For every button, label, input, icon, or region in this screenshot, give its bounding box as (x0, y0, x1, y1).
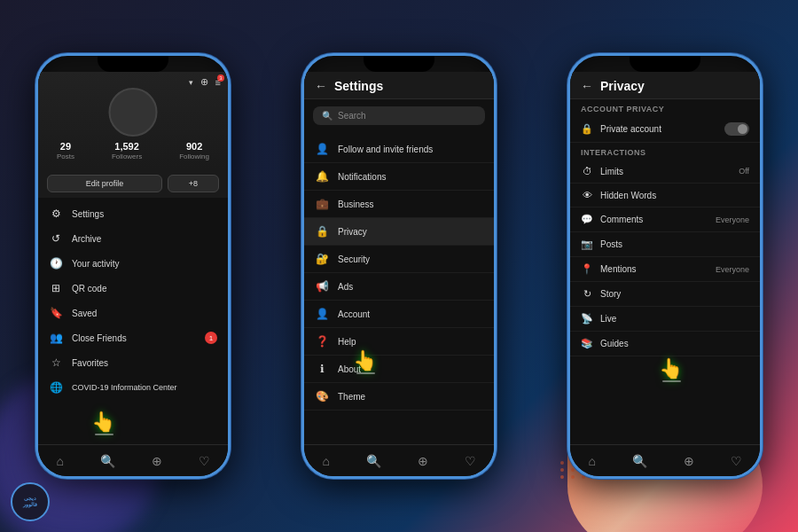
about-label: About (338, 364, 361, 374)
privacy-mentions[interactable]: 📍 Mentions Everyone (570, 257, 760, 282)
limits-label: Limits (600, 167, 623, 176)
menu-qr-label: QR code (72, 284, 106, 293)
cursor-hand-3: 👆 (659, 357, 683, 380)
search-icon: 🔍 (322, 111, 332, 121)
nav-search-icon[interactable]: 🔍 (100, 454, 115, 468)
stat-following: 902 Following (179, 141, 209, 160)
settings-business[interactable]: 💼 Business (304, 191, 494, 218)
search-bar[interactable]: 🔍 Search (313, 106, 485, 125)
favorites-icon: ☆ (49, 356, 63, 369)
privacy-private-account[interactable]: 🔒 Private account (570, 116, 760, 143)
security-icon: 🔐 (315, 253, 329, 265)
logo-circle: دیجیفالوور (11, 482, 50, 521)
phone-1: ▾ ⊕ ≡ 3 29 Posts 1,592 Followers 902 (35, 53, 231, 479)
nav-heart-icon-2[interactable]: ♡ (465, 454, 476, 468)
privacy-limits[interactable]: ⏱ Limits Off (570, 160, 760, 184)
nav-add-icon[interactable]: ⊕ (152, 454, 162, 468)
cursor-hand-1: 👆 (91, 411, 115, 434)
menu-favorites-label: Favorites (72, 358, 108, 368)
nav-search-icon-2[interactable]: 🔍 (366, 454, 381, 468)
interactions-section-label: Interactions (570, 143, 760, 160)
settings-privacy[interactable]: 🔒 Privacy 👆 (304, 218, 494, 246)
privacy-story[interactable]: ↻ Story (570, 282, 760, 307)
business-icon: 💼 (315, 198, 329, 210)
follow-icon: 👤 (315, 143, 329, 155)
archive-icon: ↺ (49, 232, 63, 245)
account-icon: 👤 (315, 308, 329, 320)
comments-icon: 💬 (581, 214, 593, 225)
avatar (109, 88, 158, 137)
limits-icon: ⏱ (581, 166, 593, 176)
nav-search-icon-3[interactable]: 🔍 (632, 454, 647, 468)
menu-saved[interactable]: 🔖 Saved (38, 301, 228, 325)
menu-archive[interactable]: ↺ Archive (38, 226, 228, 251)
notifications-label: Notifications (338, 172, 386, 182)
nav-home-icon-3[interactable]: ⌂ (588, 454, 595, 468)
business-label: Business (338, 200, 374, 209)
theme-label: Theme (338, 392, 365, 402)
guides-icon: 📚 (581, 338, 593, 349)
saved-icon: 🔖 (49, 307, 63, 319)
logo-text: دیجیفالوور (23, 496, 37, 508)
privacy-posts[interactable]: 📷 Posts (570, 232, 760, 257)
notifications-icon: 🔔 (315, 170, 329, 183)
privacy-live[interactable]: 📡 Live (570, 307, 760, 332)
profile-header: ▾ ⊕ ≡ 3 29 Posts 1,592 Followers 902 (38, 72, 228, 169)
qr-icon: ⊞ (49, 282, 63, 294)
account-privacy-section-label: Account privacy (570, 99, 760, 116)
comments-value: Everyone (716, 215, 749, 224)
nav-home-icon[interactable]: ⌂ (56, 454, 63, 468)
privacy-back-button[interactable]: ← (581, 79, 593, 93)
stat-followers: 1,592 Followers (112, 141, 142, 160)
nav-add-icon-2[interactable]: ⊕ (418, 454, 428, 468)
settings-security[interactable]: 🔐 Security (304, 246, 494, 273)
settings-theme[interactable]: 🎨 Theme (304, 383, 494, 411)
private-account-toggle[interactable] (724, 122, 749, 136)
menu-favorites[interactable]: ☆ Favorites (38, 350, 228, 375)
lock-icon: 🔒 (581, 123, 593, 135)
settings-header: ← Settings (304, 72, 494, 99)
phone-2-bottom-nav: ⌂ 🔍 ⊕ ♡ (304, 444, 494, 476)
nav-add-icon-3[interactable]: ⊕ (684, 454, 694, 468)
privacy-hidden-words[interactable]: 👁 Hidden Words 👆 (570, 184, 760, 207)
nav-heart-icon-3[interactable]: ♡ (731, 454, 742, 468)
nav-heart-icon[interactable]: ♡ (199, 454, 210, 468)
phone-2-notch (364, 56, 434, 72)
edit-profile-bar: Edit profile +8 (38, 169, 228, 198)
settings-ads[interactable]: 📢 Ads (304, 273, 494, 301)
settings-help[interactable]: ❓ Help (304, 328, 494, 356)
settings-follow-friends[interactable]: 👤 Follow and invite friends (304, 136, 494, 163)
stat-posts: 29 Posts (57, 141, 74, 160)
mentions-icon: 📍 (581, 263, 593, 275)
ads-icon: 📢 (315, 280, 329, 293)
about-icon: ℹ (315, 363, 329, 375)
phone-3: ← Privacy Account privacy 🔒 Private acco… (567, 53, 763, 479)
hidden-words-icon: 👁 (581, 190, 593, 200)
settings-notifications[interactable]: 🔔 Notifications (304, 163, 494, 191)
menu-covid-label: COVID-19 Information Center (72, 383, 177, 392)
top-icons: ▾ ⊕ ≡ 3 (189, 76, 221, 88)
comments-label: Comments (600, 215, 643, 224)
privacy-icon: 🔒 (315, 225, 329, 238)
edit-profile-button[interactable]: Edit profile (47, 175, 162, 192)
nav-home-icon-2[interactable]: ⌂ (322, 454, 329, 468)
menu-activity-label: Your activity (72, 259, 120, 269)
privacy-guides[interactable]: 📚 Guides (570, 332, 760, 356)
privacy-comments[interactable]: 💬 Comments Everyone (570, 207, 760, 232)
menu-your-activity[interactable]: 🕐 Your activity 👆 (38, 251, 228, 276)
menu-settings[interactable]: ⚙ Settings (38, 201, 228, 226)
phone-2: ← Settings 🔍 Search 👤 Follow and invite … (301, 53, 497, 479)
settings-account[interactable]: 👤 Account (304, 301, 494, 328)
story-label: Story (600, 289, 621, 299)
settings-title: Settings (334, 79, 383, 93)
mentions-value: Everyone (716, 265, 749, 274)
suggested-button[interactable]: +8 (168, 175, 219, 192)
settings-about[interactable]: ℹ About (304, 356, 494, 383)
menu-close-friends[interactable]: 👥 Close Friends 1 (38, 325, 228, 350)
security-label: Security (338, 254, 370, 264)
menu-covid[interactable]: 🌐 COVID-19 Information Center (38, 375, 228, 400)
limits-value: Off (739, 167, 749, 176)
menu-qr-code[interactable]: ⊞ QR code (38, 276, 228, 301)
back-button[interactable]: ← (315, 79, 327, 93)
phone-1-menu: ⚙ Settings ↺ Archive 🕐 Your activity 👆 ⊞… (38, 198, 228, 403)
